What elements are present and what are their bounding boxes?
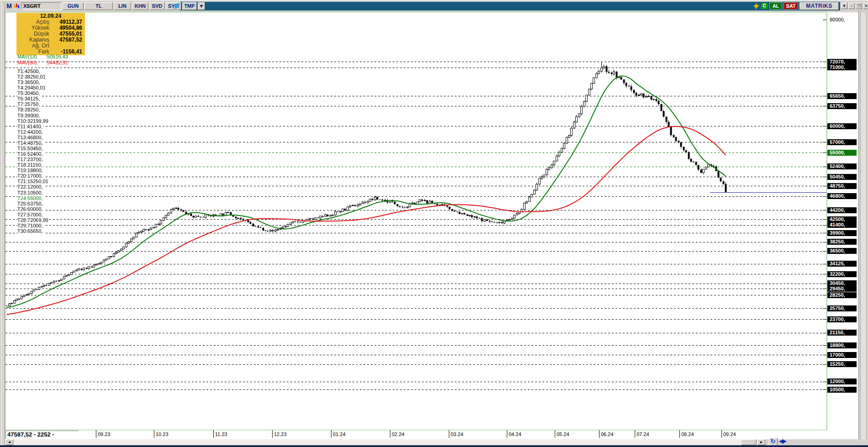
price-tag: 34125, <box>827 261 857 267</box>
month-label: 07.24 <box>637 431 649 437</box>
t-level-label: T23:10500, <box>17 190 44 195</box>
hscroll-track[interactable] <box>5 439 763 445</box>
status-bar: 47587,52 - 2252 - 16:16:50 <box>5 431 79 438</box>
window-left-border <box>0 2 5 445</box>
hscroll-thumb[interactable] <box>741 439 757 445</box>
price-tag: 71000, <box>827 64 857 70</box>
t-level-label: T15:50450, <box>17 146 44 151</box>
maximize-button[interactable]: ❐ <box>856 3 862 9</box>
price-tag: 10500, <box>827 387 857 393</box>
toolbar: M XSGRT GUNTLLINKHNSVDSYMTMP▼ C AL SAT M… <box>2 2 868 11</box>
t-level-label: T16:52400, <box>17 151 44 157</box>
price-tag: 18800, <box>827 342 857 348</box>
price-tag: 57000, <box>827 139 857 145</box>
t-level-label: T24:55000, <box>17 195 44 201</box>
price-tag: 65650, <box>827 93 857 99</box>
t-level-label: T20:17000, <box>17 173 44 179</box>
month-tick <box>679 430 680 438</box>
close-button[interactable]: ✕ <box>863 3 868 9</box>
price-tag: 48750, <box>827 183 857 189</box>
t-level-label: T29:71000, <box>17 223 44 228</box>
time-axis[interactable]: 47587,52 - 2252 - 16:16:50 09.2310.2311.… <box>5 430 858 439</box>
matriks-app-icon[interactable]: M <box>5 2 13 10</box>
hscroll-right-button[interactable]: ► <box>758 439 765 445</box>
price-tag: 25750, <box>827 305 857 311</box>
refresh-icon[interactable]: ↻ <box>768 438 778 446</box>
price-tag: 21150, <box>827 330 857 336</box>
price-tag: 29450, <box>827 286 857 292</box>
price-tag: 44200, <box>827 207 857 213</box>
chart-canvas[interactable] <box>5 12 826 430</box>
price-tag: 15250, <box>827 361 857 367</box>
t-level-label: T21:15250,01 <box>17 179 49 184</box>
t-level-label: T4:29450,01 <box>17 85 47 90</box>
price-tag: 36500, <box>827 248 857 254</box>
t-level-label: T11:41400, <box>17 124 43 129</box>
month-label: 11.23 <box>215 431 227 437</box>
month-label: 02.24 <box>392 431 405 437</box>
price-tag: 42500, <box>827 216 857 222</box>
month-label: 01.24 <box>333 431 346 437</box>
sell-button[interactable]: SAT <box>784 2 798 10</box>
month-tick <box>154 430 154 438</box>
buy-button[interactable]: AL <box>769 2 782 10</box>
overlay-value: :54482,51 <box>46 60 68 65</box>
t-level-label: T18:21150, <box>17 162 43 168</box>
month-tick <box>449 430 449 438</box>
t-level-label: T9:39900, <box>17 113 41 118</box>
month-tick <box>507 430 507 438</box>
connection-icon[interactable]: C <box>761 3 768 9</box>
price-tag: 12000, <box>827 379 857 384</box>
info-value: 47587,52 <box>59 37 82 43</box>
title-strip <box>180 2 840 11</box>
symbol-input[interactable]: XSGRT <box>21 2 61 10</box>
twitter-icon[interactable] <box>173 3 180 10</box>
hscroll-left-button[interactable]: ◄ <box>5 439 13 445</box>
price-tag: 23700, <box>827 316 857 322</box>
page-nav-arrows-icon[interactable]: ◀▶ <box>779 438 785 444</box>
month-label: 03.24 <box>451 431 463 437</box>
month-tick <box>635 430 635 438</box>
info-row-3: Kapanış47587,52 <box>16 37 85 43</box>
month-label: 04.24 <box>509 431 521 437</box>
t-level-label: T10:32199,99 <box>17 118 49 124</box>
toolbar-button-tl[interactable]: TL <box>84 2 113 10</box>
chart-type-icon[interactable] <box>14 3 20 9</box>
window-bottom-border <box>0 445 868 447</box>
t-level-label: T27:57000, <box>17 212 44 217</box>
toolbar-button-tmp[interactable]: TMP <box>182 2 197 10</box>
price-tag: 55000, <box>827 150 857 156</box>
month-label: 09.24 <box>723 431 736 437</box>
month-label: 09.23 <box>98 431 110 437</box>
t-level-label: T30:65650, <box>17 228 44 234</box>
t-level-label: T17:23700, <box>17 157 44 162</box>
rollup-button[interactable]: ▼ <box>841 3 847 9</box>
t-level-label: T26:60000, <box>17 206 44 212</box>
price-tag: 63750, <box>827 103 857 109</box>
t-level-label: T1:42500, <box>17 68 41 74</box>
window-right-border <box>858 11 868 445</box>
price-tag: 38250, <box>827 239 857 245</box>
price-tag: 28250, <box>827 292 857 298</box>
t-level-label: T22:12000, <box>17 184 44 189</box>
overlay-name: MAV(50) <box>17 60 46 65</box>
month-tick <box>721 430 722 438</box>
month-label: 05.24 <box>557 431 569 437</box>
minimize-button[interactable]: − <box>848 3 855 9</box>
month-tick <box>555 430 555 438</box>
price-tag: 30450, <box>827 280 857 286</box>
t-level-label: T13:46800, <box>17 135 44 140</box>
month-label: 08.24 <box>681 431 694 437</box>
ohlc-info-panel: 12.09.24 Açılış49112,37Yüksek49504,86Düş… <box>16 13 85 55</box>
month-tick <box>213 430 214 438</box>
t-level-label: T3:36500, <box>17 79 41 85</box>
toolbar-button-svd[interactable]: SVD <box>149 2 165 10</box>
price-tag: 46800, <box>827 193 857 199</box>
month-tick <box>390 430 390 438</box>
month-tick <box>599 430 600 438</box>
toolbar-button-khn[interactable]: KHN <box>132 2 148 10</box>
toolbar-button-gun[interactable]: GUN <box>63 2 84 10</box>
toolbar-button-lin[interactable]: LIN <box>114 2 131 10</box>
price-tag: 80000, <box>827 17 857 23</box>
toolbar-button-[interactable]: ▼ <box>198 2 205 10</box>
